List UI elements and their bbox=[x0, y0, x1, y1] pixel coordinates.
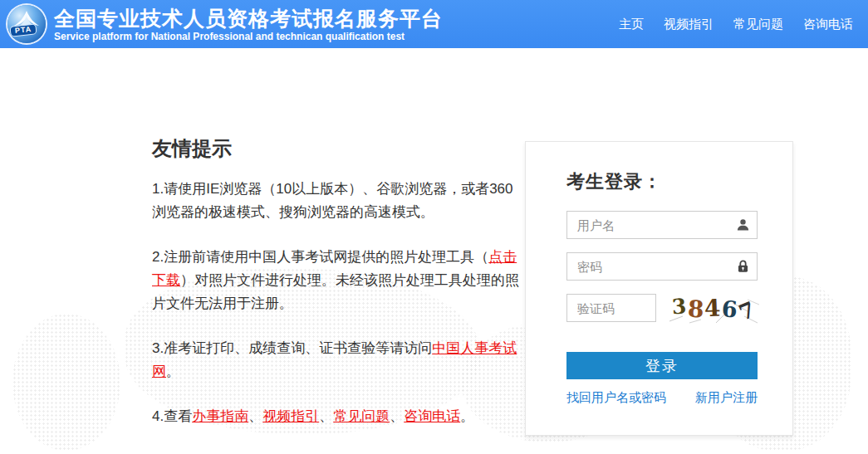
page: PTA 全国专业技术人员资格考试报名服务平台 Service platform … bbox=[0, 0, 868, 454]
captcha-digit: 6 bbox=[721, 297, 738, 320]
captcha-digit: 8 bbox=[687, 298, 704, 322]
title-block: 全国专业技术人员资格考试报名服务平台 Service platform for … bbox=[54, 7, 443, 42]
username-field bbox=[566, 211, 758, 239]
password-input[interactable] bbox=[566, 252, 758, 281]
username-input[interactable] bbox=[566, 211, 758, 239]
main-content: 友情提示 1.请使用IE浏览器（10以上版本）、谷歌浏览器，或者360浏览器的极… bbox=[0, 48, 868, 454]
login-panel: 考生登录： bbox=[525, 141, 793, 436]
captcha-digit: 3 bbox=[671, 295, 687, 317]
tip-text: 。 bbox=[460, 408, 474, 424]
tips-paragraphs: 1.请使用IE浏览器（10以上版本）、谷歌浏览器，或者360浏览器的极速模式、搜… bbox=[152, 178, 521, 428]
tips-section: 友情提示 1.请使用IE浏览器（10以上版本）、谷歌浏览器，或者360浏览器的极… bbox=[152, 135, 521, 428]
captcha-digit: 7 bbox=[735, 298, 758, 324]
captcha-image[interactable]: 38467 bbox=[664, 291, 761, 326]
tip-text: 、 bbox=[390, 408, 404, 424]
header-nav: 主页 视频指引 常见问题 咨询电话 bbox=[619, 17, 853, 32]
forgot-password-link[interactable]: 找回用户名或密码 bbox=[566, 390, 666, 406]
tip-text: 。 bbox=[166, 364, 180, 379]
captcha-digit: 4 bbox=[704, 297, 721, 321]
nav-home[interactable]: 主页 bbox=[619, 17, 644, 32]
tip-text: 1.请使用IE浏览器（10以上版本）、谷歌浏览器，或者360浏览器的极速模式、搜… bbox=[152, 181, 513, 220]
nav-faq[interactable]: 常见问题 bbox=[733, 17, 783, 32]
login-button[interactable]: 登录 bbox=[566, 352, 758, 379]
tip-text: ）对照片文件进行处理。未经该照片处理工具处理的照片文件无法用于注册。 bbox=[152, 272, 519, 311]
service-guide-link[interactable]: 办事指南 bbox=[192, 408, 248, 424]
password-field bbox=[566, 252, 758, 281]
tip-paragraph: 2.注册前请使用中国人事考试网提供的照片处理工具（点击下载）对照片文件进行处理。… bbox=[152, 246, 521, 315]
tip-text: 、 bbox=[319, 408, 333, 424]
login-links: 找回用户名或密码 新用户注册 bbox=[566, 390, 758, 406]
site-title: 全国专业技术人员资格考试报名服务平台 bbox=[54, 7, 443, 30]
world-map-pattern bbox=[12, 314, 120, 451]
tip-text: 4.查看 bbox=[152, 408, 192, 424]
nav-video-guide[interactable]: 视频指引 bbox=[664, 17, 714, 32]
phone-link[interactable]: 咨询电话 bbox=[404, 408, 460, 424]
header: PTA 全国专业技术人员资格考试报名服务平台 Service platform … bbox=[0, 0, 868, 48]
faq-link[interactable]: 常见问题 bbox=[333, 408, 390, 424]
tip-paragraph: 4.查看办事指南、视频指引、常见问题、咨询电话。 bbox=[152, 405, 521, 428]
user-icon bbox=[736, 218, 750, 232]
tip-text: 2.注册前请使用中国人事考试网提供的照片处理工具（ bbox=[152, 249, 488, 265]
video-guide-link[interactable]: 视频指引 bbox=[262, 408, 319, 424]
captcha-input[interactable] bbox=[566, 294, 656, 322]
site-subtitle: Service platform for National Profession… bbox=[54, 31, 443, 42]
nav-phone[interactable]: 咨询电话 bbox=[803, 17, 853, 32]
lock-icon bbox=[736, 260, 750, 274]
pta-logo: PTA bbox=[7, 5, 46, 43]
tip-paragraph: 3.准考证打印、成绩查询、证书查验等请访问中国人事考试网。 bbox=[152, 337, 521, 383]
captcha-row: 38467 bbox=[566, 294, 760, 327]
tip-text: 3.准考证打印、成绩查询、证书查验等请访问 bbox=[152, 340, 432, 356]
login-heading: 考生登录： bbox=[566, 169, 792, 194]
register-link[interactable]: 新用户注册 bbox=[695, 390, 758, 406]
tips-heading: 友情提示 bbox=[152, 135, 521, 162]
captcha-digits: 38467 bbox=[664, 291, 761, 326]
tip-paragraph: 1.请使用IE浏览器（10以上版本）、谷歌浏览器，或者360浏览器的极速模式、搜… bbox=[152, 178, 521, 224]
tip-text: 、 bbox=[248, 408, 262, 424]
